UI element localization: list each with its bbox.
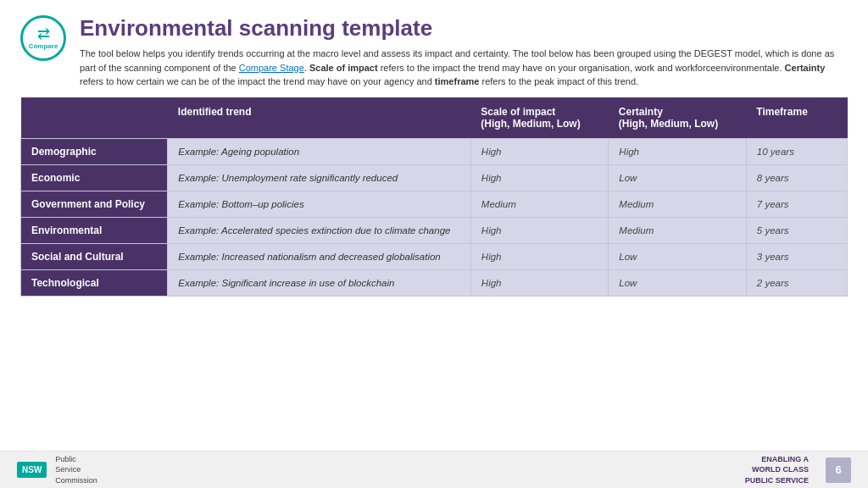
trend-cell: Example: Significant increase in use of … bbox=[168, 269, 471, 296]
header-text-block: Environmental scanning template The tool… bbox=[80, 15, 848, 89]
col-header-certainty: Certainty(High, Medium, Low) bbox=[609, 97, 747, 139]
scale-cell: High bbox=[470, 164, 609, 191]
table-row: Social and CulturalExample: Increased na… bbox=[21, 243, 848, 269]
scanning-table: Identified trend Scale of impact(High, M… bbox=[20, 97, 848, 297]
header-description: The tool below helps you identify trends… bbox=[80, 47, 848, 89]
scale-cell: High bbox=[470, 217, 609, 243]
footer-left: NSW Public Service Commission bbox=[17, 454, 97, 486]
scanning-table-wrapper: Identified trend Scale of impact(High, M… bbox=[0, 97, 868, 297]
timeframe-cell: 2 years bbox=[746, 269, 847, 296]
compare-logo: ⇄ Compare bbox=[20, 15, 66, 61]
footer-right: ENABLING AWORLD CLASSPUBLIC SERVICE 6 bbox=[745, 454, 851, 486]
page-title: Environmental scanning template bbox=[80, 15, 848, 42]
certainty-cell: High bbox=[609, 138, 747, 164]
page-header: ⇄ Compare Environmental scanning templat… bbox=[0, 0, 868, 97]
trend-cell: Example: Unemployment rate significantly… bbox=[168, 164, 471, 191]
compare-stage-link[interactable]: Compare Stage bbox=[239, 63, 304, 73]
category-cell: Environmental bbox=[21, 217, 168, 243]
timeframe-cell: 7 years bbox=[746, 191, 847, 217]
category-cell: Government and Policy bbox=[21, 191, 168, 217]
col-header-timeframe: Timeframe bbox=[746, 97, 847, 139]
trend-cell: Example: Bottom–up policies bbox=[168, 191, 471, 217]
category-cell: Demographic bbox=[21, 138, 168, 164]
col-header-category bbox=[21, 97, 168, 139]
page-footer: NSW Public Service Commission ENABLING A… bbox=[0, 451, 868, 488]
category-cell: Social and Cultural bbox=[21, 243, 168, 269]
nsw-badge: NSW bbox=[17, 462, 47, 478]
certainty-cell: Low bbox=[609, 269, 747, 296]
table-row: EnvironmentalExample: Accelerated specie… bbox=[21, 217, 848, 243]
table-row: EconomicExample: Unemployment rate signi… bbox=[21, 164, 848, 191]
timeframe-cell: 3 years bbox=[746, 243, 847, 269]
table-row: DemographicExample: Ageing populationHig… bbox=[21, 138, 848, 164]
trend-cell: Example: Increased nationalism and decre… bbox=[168, 243, 471, 269]
scale-cell: High bbox=[470, 243, 609, 269]
timeframe-cell: 8 years bbox=[746, 164, 847, 191]
certainty-cell: Low bbox=[609, 164, 747, 191]
footer-tagline: ENABLING AWORLD CLASSPUBLIC SERVICE bbox=[745, 454, 809, 486]
compare-arrows-icon: ⇄ bbox=[37, 26, 50, 42]
table-header-row: Identified trend Scale of impact(High, M… bbox=[21, 97, 848, 139]
col-header-trend: Identified trend bbox=[168, 97, 471, 139]
footer-org-name: Public Service Commission bbox=[55, 454, 97, 486]
certainty-cell: Medium bbox=[609, 191, 747, 217]
table-row: TechnologicalExample: Significant increa… bbox=[21, 269, 848, 296]
table-row: Government and PolicyExample: Bottom–up … bbox=[21, 191, 848, 217]
category-cell: Technological bbox=[21, 269, 168, 296]
timeframe-cell: 5 years bbox=[746, 217, 847, 243]
certainty-cell: Medium bbox=[609, 217, 747, 243]
scale-cell: High bbox=[470, 138, 609, 164]
certainty-cell: Low bbox=[609, 243, 747, 269]
category-cell: Economic bbox=[21, 164, 168, 191]
scale-cell: Medium bbox=[470, 191, 609, 217]
timeframe-cell: 10 years bbox=[746, 138, 847, 164]
nsw-logo: NSW bbox=[17, 462, 47, 478]
scale-cell: High bbox=[470, 269, 609, 296]
col-header-scale: Scale of impact(High, Medium, Low) bbox=[470, 97, 609, 139]
trend-cell: Example: Ageing population bbox=[168, 138, 471, 164]
trend-cell: Example: Accelerated species extinction … bbox=[168, 217, 471, 243]
page-number: 6 bbox=[826, 458, 851, 483]
